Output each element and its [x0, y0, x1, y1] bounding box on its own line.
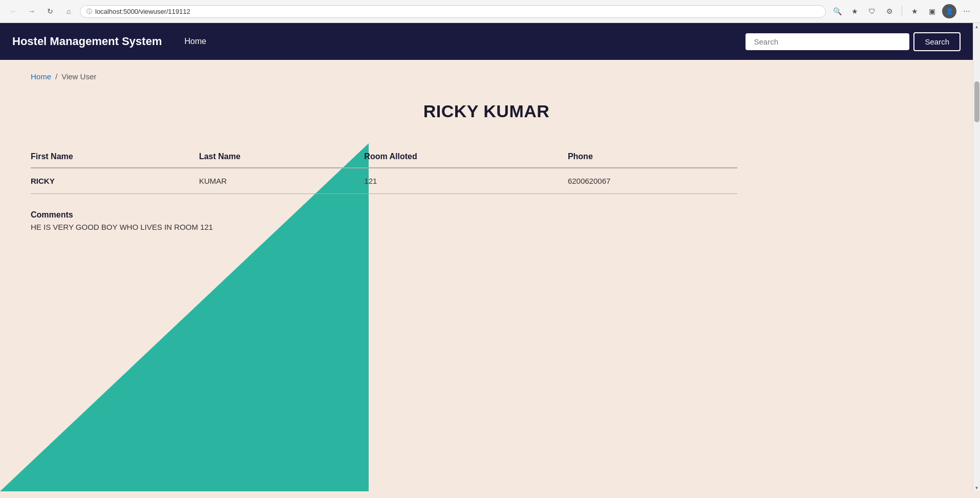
scrollbar-arrow-up[interactable]: ▲	[973, 23, 980, 30]
reload-button[interactable]: ↻	[43, 4, 57, 18]
table-header: First Name Last Name Room Alloted Phone	[31, 146, 737, 168]
table-row: RICKY KUMAR 121 6200620067	[31, 168, 737, 194]
col-header-phone: Phone	[568, 146, 737, 168]
browser-toolbar: ← → ↻ ⌂ ⓘ localhost:5000/viewuser/119112…	[0, 0, 980, 23]
navbar-search: Search	[745, 32, 961, 51]
nav-home-link[interactable]: Home	[178, 33, 212, 50]
comments-section: Comments HE IS VERY GOOD BOY WHO LIVES I…	[31, 210, 942, 231]
security-icon: ⓘ	[87, 8, 92, 15]
comments-label: Comments	[31, 210, 942, 220]
shield-button[interactable]: 🛡	[865, 4, 879, 18]
col-header-first-name: First Name	[31, 146, 199, 168]
cell-room-alloted: 121	[364, 168, 568, 194]
user-title: RICKY KUMAR	[31, 101, 942, 121]
bookmark-star-button[interactable]: ★	[847, 4, 862, 18]
divider	[902, 6, 902, 16]
breadcrumb-separator: /	[55, 72, 57, 81]
col-header-room-alloted: Room Alloted	[364, 146, 568, 168]
cell-phone: 6200620067	[568, 168, 737, 194]
scrollbar-thumb[interactable]	[974, 81, 979, 122]
search-input[interactable]	[745, 33, 909, 50]
browser-chrome: ← → ↻ ⌂ ⓘ localhost:5000/viewuser/119112…	[0, 0, 980, 23]
table-body: RICKY KUMAR 121 6200620067	[31, 168, 737, 194]
profile-button[interactable]: 👤	[942, 4, 956, 18]
breadcrumb-home-link[interactable]: Home	[31, 72, 51, 81]
navbar-nav: Home	[178, 33, 745, 50]
favorites-button[interactable]: ★	[907, 4, 922, 18]
page-container: Hostel Management System Home Search Hom…	[0, 23, 973, 491]
extension-button[interactable]: ⚙	[882, 4, 897, 18]
cell-last-name: KUMAR	[199, 168, 365, 194]
page-with-scrollbar: Hostel Management System Home Search Hom…	[0, 23, 980, 491]
cell-first-name: RICKY	[31, 168, 199, 194]
scrollbar-arrow-down[interactable]: ▼	[973, 484, 980, 491]
breadcrumb: Home / View User	[31, 72, 942, 81]
navbar-brand: Hostel Management System	[12, 35, 162, 48]
url-text: localhost:5000/viewuser/119112	[95, 8, 819, 15]
more-options-button[interactable]: ⋯	[960, 4, 974, 18]
forward-button[interactable]: →	[25, 4, 39, 18]
col-header-last-name: Last Name	[199, 146, 365, 168]
back-button[interactable]: ←	[6, 4, 20, 18]
breadcrumb-current: View User	[61, 72, 96, 81]
home-button[interactable]: ⌂	[61, 4, 76, 18]
table-header-row: First Name Last Name Room Alloted Phone	[31, 146, 737, 168]
address-bar[interactable]: ⓘ localhost:5000/viewuser/119112	[80, 5, 826, 18]
collections-button[interactable]: ▣	[925, 4, 939, 18]
app-navbar: Hostel Management System Home Search	[0, 23, 973, 60]
scrollbar[interactable]: ▲ ▼	[973, 23, 980, 491]
content-wrapper: Home / View User RICKY KUMAR First Name …	[31, 72, 942, 231]
search-button[interactable]: Search	[913, 32, 961, 51]
browser-actions: 🔍 ★ 🛡 ⚙ ★ ▣ 👤 ⋯	[830, 4, 974, 18]
comments-text: HE IS VERY GOOD BOY WHO LIVES IN ROOM 12…	[31, 223, 942, 231]
user-details-table: First Name Last Name Room Alloted Phone …	[31, 146, 737, 194]
zoom-button[interactable]: 🔍	[830, 4, 844, 18]
page-content: Home / View User RICKY KUMAR First Name …	[0, 60, 973, 491]
